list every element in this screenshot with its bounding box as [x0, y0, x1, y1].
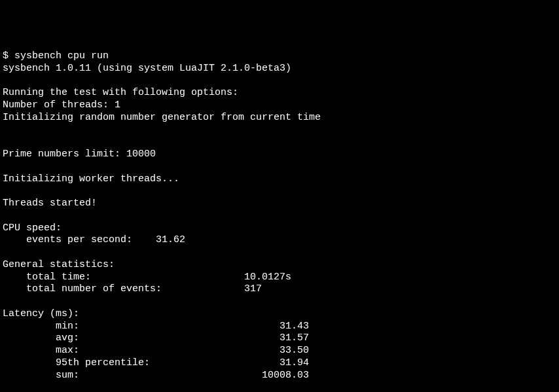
threads-started-line: Threads started!: [3, 198, 97, 209]
events-per-second-label: events per second:: [3, 234, 156, 245]
cpu-speed-header: CPU speed:: [3, 223, 62, 234]
terminal-output[interactable]: $ sysbench cpu run sysbench 1.0.11 (usin…: [3, 50, 556, 392]
latency-sum-label: sum:: [3, 370, 262, 381]
running-options-line: Running the test with following options:: [3, 87, 238, 98]
prime-limit-line: Prime numbers limit: 10000: [3, 149, 156, 160]
latency-max-label: max:: [3, 345, 280, 356]
latency-sum-value: 10008.03: [262, 370, 309, 381]
threads-count-line: Number of threads: 1: [3, 99, 120, 111]
total-time-value: 10.0127s: [244, 272, 291, 283]
general-stats-header: General statistics:: [3, 259, 115, 270]
version-line: sysbench 1.0.11 (using system LuaJIT 2.1…: [3, 63, 291, 74]
latency-header: Latency (ms):: [3, 308, 79, 319]
total-time-label: total time:: [3, 272, 244, 283]
latency-min-label: min:: [3, 321, 280, 332]
latency-min-value: 31.43: [280, 321, 309, 332]
total-events-value: 317: [244, 283, 262, 294]
rng-init-line: Initializing random number generator fro…: [3, 112, 321, 123]
latency-avg-value: 31.57: [280, 332, 309, 344]
events-per-second-value: 31.62: [156, 234, 185, 245]
latency-max-value: 33.50: [280, 345, 309, 356]
latency-avg-label: avg:: [3, 332, 280, 344]
latency-95th-value: 31.94: [280, 357, 309, 368]
command-text: sysbench cpu run: [14, 50, 109, 62]
total-events-label: total number of events:: [3, 283, 244, 294]
latency-95th-label: 95th percentile:: [3, 357, 280, 368]
init-workers-line: Initializing worker threads...: [3, 173, 179, 185]
shell-prompt: $: [3, 50, 14, 62]
